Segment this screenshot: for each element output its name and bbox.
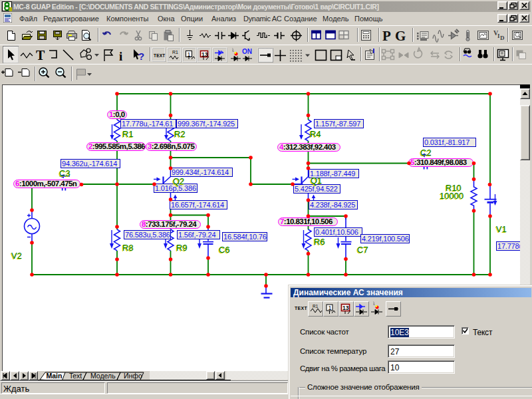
svg-text:R1: R1 <box>313 304 319 309</box>
svg-text:D: D <box>500 35 505 41</box>
svg-text:T: T <box>36 48 45 63</box>
svg-text:13: 13 <box>342 305 349 311</box>
svg-text:P: P <box>382 28 391 44</box>
svg-text:Text: Text <box>69 372 82 380</box>
svg-text:R1: R1 <box>172 50 178 55</box>
svg-text:ON: ON <box>242 48 252 55</box>
svg-text:G: G <box>395 28 406 44</box>
svg-text:13: 13 <box>201 51 208 58</box>
svg-text:?: ? <box>138 51 144 62</box>
svg-text:TEXT: TEXT <box>154 53 165 58</box>
svg-text:Инфо: Инфо <box>124 372 142 380</box>
svg-text:1: 1 <box>329 305 332 311</box>
svg-text:i: i <box>119 49 122 63</box>
svg-text:Модель: Модель <box>90 372 116 380</box>
svg-text:Main: Main <box>47 372 63 380</box>
